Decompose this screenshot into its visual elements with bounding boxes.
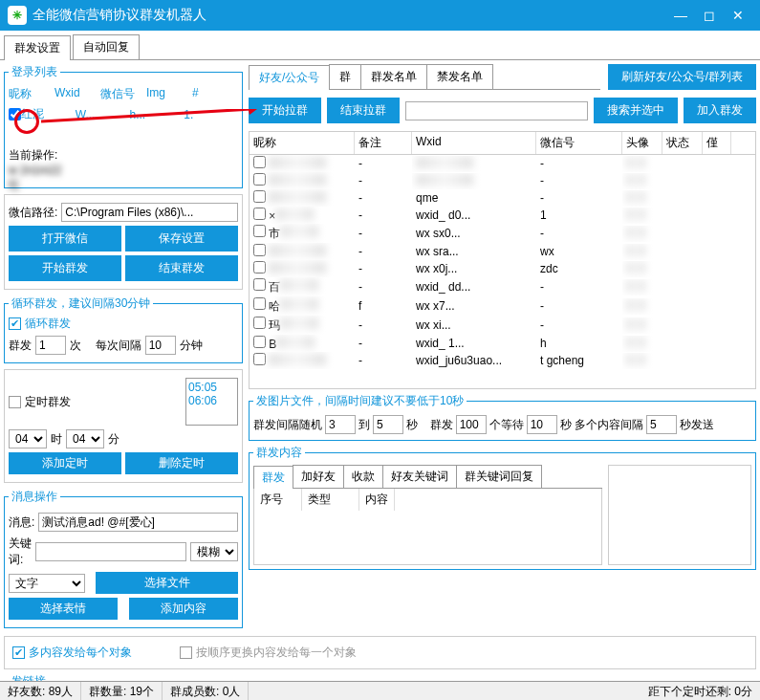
send-options-row: ✔多内容发给每个对象 按顺序更换内容发给每一个对象: [4, 636, 756, 669]
contacts-table[interactable]: 昵称备注Wxid微信号头像状态僅 -- -- -qme- ×-wxid_ d0.…: [249, 131, 756, 389]
status-groups: 群数量: 19个: [81, 682, 163, 700]
login-header: 昵称Wxid微信号Img#: [9, 84, 238, 104]
current-op-val: w 2n1m22: [9, 164, 61, 177]
login-legend: 登录列表: [9, 64, 60, 80]
table-row: -wx sra...wx: [250, 243, 755, 260]
add-timer-button[interactable]: 添加定时: [9, 452, 121, 474]
loop-legend: 循环群发，建议间隔30分钟: [9, 295, 153, 312]
msg-type-select[interactable]: 文字: [9, 574, 85, 593]
ctab-addfriend[interactable]: 加好友: [293, 465, 344, 488]
table-row: --: [250, 172, 755, 189]
ctab-friendkw[interactable]: 好友关键词: [382, 465, 457, 488]
order-content-checkbox[interactable]: 按顺序更换内容发给每一个对象: [180, 645, 357, 661]
keyword-mode-select[interactable]: 模糊: [190, 542, 238, 561]
current-op-label: 当前操作:: [9, 148, 57, 162]
start-pull-button[interactable]: 开始拉群: [249, 98, 321, 123]
table-row: 百-wxid_ dd...-: [250, 277, 755, 296]
titlebar: ✳ 全能微信营销协议群发机器人 — ◻ ✕: [0, 0, 760, 31]
close-button[interactable]: ✕: [724, 8, 752, 23]
timer-list[interactable]: 05:0506:06: [185, 378, 238, 426]
message-input[interactable]: [38, 513, 238, 532]
wxpath-input[interactable]: [61, 203, 238, 222]
table-row: 玛-wx xi...-: [250, 316, 755, 335]
select-emoji-button[interactable]: 选择表情: [9, 598, 118, 620]
app-title: 全能微信营销协议群发机器人: [33, 7, 666, 24]
login-list-panel: 登录列表 昵称Wxid微信号Img# 红泥W...h...1. 当前操作: w …: [4, 64, 243, 188]
loop-interval-input[interactable]: [145, 336, 176, 355]
tab-sendlist[interactable]: 群发名单: [360, 64, 427, 89]
wait-input[interactable]: [527, 415, 557, 434]
add-content-button[interactable]: 添加内容: [129, 598, 238, 620]
tab-blacklist[interactable]: 禁发名单: [426, 64, 493, 89]
main-tabs: 群发设置 自动回复: [0, 31, 760, 60]
loop-checkbox[interactable]: ✔循环群发: [9, 316, 71, 332]
save-settings-button[interactable]: 保存设置: [125, 226, 238, 252]
refresh-button[interactable]: 刷新好友/公众号/群列表: [608, 64, 756, 90]
tab-groups[interactable]: 群: [329, 64, 361, 89]
loop-panel: 循环群发，建议间隔30分钟 ✔循环群发 群发 次 每次间隔 分钟: [4, 295, 243, 363]
status-friends: 好友数: 89人: [0, 682, 81, 700]
wxpath-label: 微信路径:: [9, 205, 57, 221]
statusbar: 好友数: 89人 群数量: 19个 群成员数: 0人 距下个定时还剩: 0分: [0, 681, 760, 700]
table-row: -qme-: [250, 189, 755, 207]
content-table[interactable]: 序号类型内容: [253, 489, 602, 565]
contact-tabs: 好友/公众号 群 群发名单 禁发名单: [249, 64, 600, 90]
open-wechat-button[interactable]: 打开微信: [9, 226, 121, 252]
multi-content-checkbox[interactable]: ✔多内容发给每个对象: [12, 645, 132, 661]
table-row: 哈fwx x7...-: [250, 296, 755, 316]
app-icon: ✳: [8, 6, 27, 25]
timer-min-select[interactable]: 04: [66, 429, 104, 448]
ctab-send[interactable]: 群发: [253, 466, 293, 489]
ctab-groupkw[interactable]: 群关键词回复: [456, 465, 542, 488]
current-op-val2: 红: [9, 178, 20, 191]
search-input[interactable]: [405, 101, 588, 120]
message-panel: 消息操作 消息: 关键词:模糊 文字 选择文件 选择表情 添加内容: [4, 489, 243, 628]
tab-auto-reply[interactable]: 自动回复: [73, 34, 140, 59]
image-settings-panel: 发图片文件，间隔时间建议不要低于10秒 群发间隔随机 到 秒 群发 个等待 秒 …: [249, 393, 756, 441]
loop-count-input[interactable]: [35, 336, 66, 355]
minimize-button[interactable]: —: [666, 8, 695, 23]
table-row: -wxid_ju6u3uao...t gcheng: [250, 352, 755, 369]
start-send-button[interactable]: 开始群发: [9, 255, 121, 281]
table-row: ×-wxid_ d0...1: [250, 207, 755, 224]
ctab-collect[interactable]: 收款: [343, 465, 383, 488]
table-row: 市-wx sx0...-: [250, 224, 755, 243]
timer-panel: 定时群发 05:0506:06 04时 04分 添加定时删除定时: [4, 369, 243, 483]
multi-interval-input[interactable]: [646, 415, 677, 434]
timer-hour-select[interactable]: 04: [9, 429, 47, 448]
maximize-button[interactable]: ◻: [695, 8, 724, 23]
rand-max-input[interactable]: [373, 415, 403, 434]
status-members: 群成员数: 0人: [163, 682, 249, 700]
keyword-input[interactable]: [35, 542, 186, 561]
join-send-button[interactable]: 加入群发: [684, 98, 756, 123]
login-checkbox[interactable]: [9, 108, 21, 120]
stop-pull-button[interactable]: 结束拉群: [327, 98, 400, 123]
table-row: B-wxid_ 1...h: [250, 335, 755, 352]
select-file-button[interactable]: 选择文件: [96, 572, 238, 594]
wechat-path-panel: 微信路径: 打开微信保存设置 开始群发结束群发: [4, 194, 243, 290]
table-row: -wx x0j...zdc: [250, 260, 755, 277]
table-row: --: [250, 155, 755, 172]
del-timer-button[interactable]: 删除定时: [125, 452, 238, 474]
status-timer: 距下个定时还剩: 0分: [249, 682, 760, 700]
tab-friends[interactable]: 好友/公众号: [249, 65, 330, 90]
content-panel: 群发内容 群发 加好友 收款 好友关键词 群关键词回复 序号类型内容: [249, 445, 756, 570]
login-row[interactable]: 红泥W...h...1.: [9, 104, 238, 124]
search-select-button[interactable]: 搜索并选中: [594, 98, 678, 123]
rand-min-input[interactable]: [325, 415, 356, 434]
content-preview: [608, 465, 751, 565]
stop-send-button[interactable]: 结束群发: [125, 255, 238, 281]
timer-checkbox[interactable]: 定时群发: [9, 394, 71, 410]
tab-mass-send[interactable]: 群发设置: [4, 35, 71, 60]
batch-count-input[interactable]: [456, 415, 487, 434]
